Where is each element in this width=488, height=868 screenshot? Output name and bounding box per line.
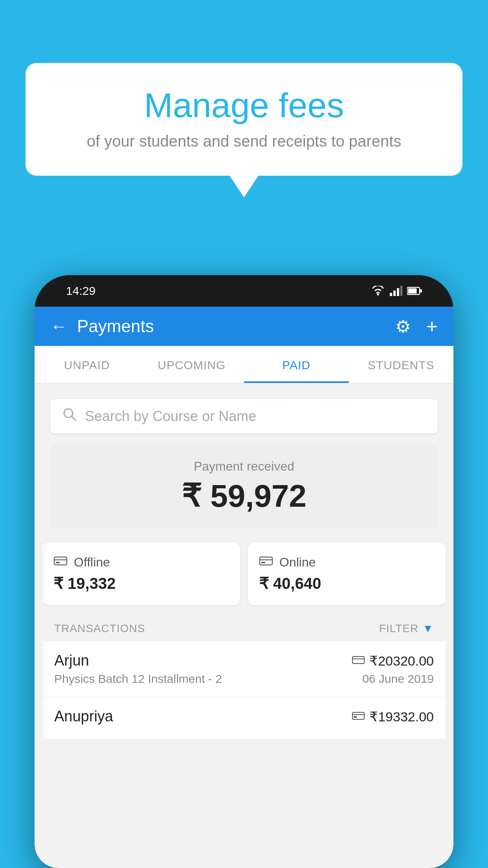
tab-students[interactable]: STUDENTS	[349, 346, 454, 383]
gear-icon[interactable]: ⚙	[395, 316, 411, 337]
svg-rect-6	[408, 289, 417, 294]
transaction-row[interactable]: Arjun ₹20320.00 Physics Batch 12 Install…	[42, 641, 446, 697]
svg-point-0	[377, 294, 379, 296]
wifi-icon	[371, 286, 385, 296]
back-button[interactable]: ←	[50, 316, 68, 336]
search-icon	[62, 407, 77, 425]
app-screen: ← Payments ⚙ + UNPAID UPCOMING PAID STUD…	[35, 307, 453, 868]
transaction-date: 06 June 2019	[362, 672, 434, 686]
transaction-amount: ₹20320.00	[369, 653, 434, 669]
payment-summary: Payment received ₹ 59,972	[50, 445, 438, 528]
svg-rect-20	[354, 716, 357, 718]
page-title: Payments	[77, 316, 154, 336]
svg-rect-1	[390, 293, 392, 296]
online-card-header: Online	[259, 555, 435, 570]
header-left: ← Payments	[50, 316, 154, 336]
speech-bubble: Manage fees of your students and send re…	[26, 63, 462, 176]
svg-rect-4	[400, 286, 402, 296]
amount-right: ₹19332.00	[352, 709, 434, 725]
svg-rect-12	[56, 562, 60, 563]
course-info: Physics Batch 12 Installment - 2	[54, 672, 222, 686]
amount-right: ₹20320.00	[352, 653, 434, 669]
online-card: Online ₹ 40,640	[248, 542, 446, 605]
svg-rect-13	[260, 557, 272, 565]
filter-icon: ▼	[422, 622, 434, 635]
svg-rect-2	[393, 291, 396, 296]
transaction-row[interactable]: Anupriya ₹19332.00	[42, 697, 446, 739]
svg-rect-7	[420, 289, 422, 292]
add-button[interactable]: +	[426, 315, 438, 338]
transaction-amount: ₹19332.00	[369, 709, 434, 725]
online-amount: ₹ 40,640	[259, 574, 435, 592]
transaction-top-row: Anupriya ₹19332.00	[54, 708, 434, 725]
transactions-label: TRANSACTIONS	[54, 622, 145, 635]
status-bar: 14:29	[35, 275, 453, 307]
tab-bar: UNPAID UPCOMING PAID STUDENTS	[35, 346, 453, 383]
status-time: 14:29	[66, 284, 95, 298]
tab-upcoming[interactable]: UPCOMING	[139, 346, 244, 383]
offline-icon	[53, 555, 68, 570]
notch	[220, 275, 268, 291]
payment-cards: Offline ₹ 19,332 Online ₹ 40,640	[42, 542, 446, 605]
battery-icon	[407, 287, 422, 295]
svg-rect-16	[352, 657, 364, 664]
status-icons	[371, 286, 422, 296]
bubble-subtitle: of your students and send receipts to pa…	[49, 132, 439, 150]
filter-label: FILTER	[379, 622, 418, 635]
svg-rect-15	[261, 562, 265, 563]
student-name: Anupriya	[54, 708, 113, 725]
phone-frame: 14:29 ←	[35, 275, 453, 868]
search-bar[interactable]: Search by Course or Name	[50, 399, 438, 433]
offline-label: Offline	[74, 555, 110, 570]
online-icon	[259, 555, 273, 570]
tab-unpaid[interactable]: UNPAID	[35, 346, 139, 383]
offline-card: Offline ₹ 19,332	[42, 542, 240, 605]
svg-line-9	[72, 416, 76, 421]
offline-amount: ₹ 19,332	[53, 574, 229, 592]
signal-icon	[390, 286, 402, 296]
search-input[interactable]: Search by Course or Name	[85, 408, 256, 425]
app-header: ← Payments ⚙ +	[35, 307, 453, 346]
svg-rect-3	[397, 288, 399, 296]
offline-card-header: Offline	[53, 555, 229, 570]
svg-rect-18	[352, 712, 364, 719]
transactions-header: TRANSACTIONS FILTER ▼	[42, 613, 446, 641]
header-right: ⚙ +	[395, 315, 438, 338]
filter-button[interactable]: FILTER ▼	[379, 622, 434, 635]
online-label: Online	[279, 555, 316, 570]
student-name: Arjun	[54, 652, 89, 669]
svg-rect-10	[54, 557, 67, 565]
transaction-bottom-row: Physics Batch 12 Installment - 2 06 June…	[54, 672, 434, 686]
payment-total-amount: ₹ 59,972	[62, 478, 426, 514]
online-payment-icon	[352, 654, 365, 668]
bubble-title: Manage fees	[49, 86, 439, 125]
transaction-top-row: Arjun ₹20320.00	[54, 652, 434, 669]
offline-payment-icon	[352, 710, 365, 723]
payment-received-label: Payment received	[62, 459, 426, 474]
tab-paid[interactable]: PAID	[244, 346, 349, 383]
